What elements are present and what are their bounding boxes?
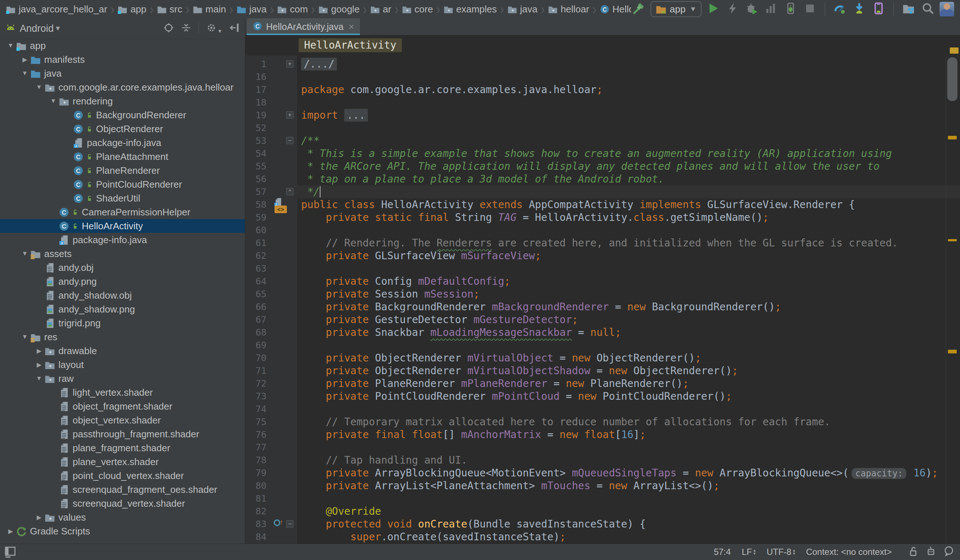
tree-item-objectrenderer[interactable]: CObjectRenderer <box>0 122 245 136</box>
tree-item-gradle-scripts[interactable]: ▶Gradle Scripts <box>0 524 245 538</box>
code-text[interactable] <box>296 403 960 416</box>
warning-stripe-mark[interactable] <box>948 350 957 354</box>
user-avatar[interactable] <box>939 2 954 16</box>
line-number[interactable]: 18 <box>245 96 271 109</box>
tree-item-andy-shadow-png[interactable]: andy_shadow.png <box>0 302 245 316</box>
tree-item-andy-png[interactable]: andy.png <box>0 275 245 288</box>
line-number[interactable]: 59 <box>245 211 271 224</box>
fold-collapse-icon[interactable]: − <box>286 137 293 144</box>
code-text[interactable]: private GestureDetector mGestureDetector… <box>296 313 960 326</box>
code-text[interactable]: private final float[] mAnchorMatrix = ne… <box>296 428 960 441</box>
breadcrumb-item-main[interactable]: main <box>193 4 226 15</box>
tree-item-passthrough-fragment-shader[interactable]: passthrough_fragment.shader <box>0 427 245 441</box>
warning-stripe-mark[interactable] <box>948 239 957 241</box>
tree-item-point-cloud-vertex-shader[interactable]: point_cloud_vertex.shader <box>0 469 245 483</box>
code-line-80[interactable]: 80 private ArrayList<PlaneAttachment> mT… <box>245 479 960 492</box>
code-text[interactable]: private ObjectRenderer mVirtualObjectSha… <box>296 364 960 377</box>
line-number[interactable]: 69 <box>245 339 271 352</box>
code-text[interactable]: private GLSurfaceView mSurfaceView; <box>296 250 960 262</box>
line-number[interactable]: 67 <box>245 313 271 326</box>
tree-item-screenquad-fragment-oes-shader[interactable]: screenquad_fragment_oes.shader <box>0 483 245 496</box>
line-number[interactable]: 74 <box>245 403 271 416</box>
tree-item-com-google-ar-core-examples-java-helloar[interactable]: ▼com.google.ar.core.examples.java.helloa… <box>0 80 245 94</box>
code-text[interactable]: protected void onCreate(Bundle savedInst… <box>296 518 960 530</box>
code-line-58[interactable]: 58J<>public class HelloArActivity extend… <box>245 198 960 211</box>
line-number[interactable]: 82 <box>245 505 271 518</box>
code-line-53[interactable]: 53−/** <box>245 134 960 147</box>
code-text[interactable]: private ArrayList<PlaneAttachment> mTouc… <box>296 479 960 492</box>
line-number[interactable]: 70 <box>245 352 271 364</box>
tree-item-plane-vertex-shader[interactable]: plane_vertex.shader <box>0 455 245 469</box>
code-text[interactable] <box>296 224 960 237</box>
breadcrumb-item-core[interactable]: core <box>402 4 433 15</box>
line-number[interactable]: 84 <box>245 530 271 543</box>
tree-item-raw[interactable]: ▼raw <box>0 372 245 386</box>
chevron-expanded-icon[interactable]: ▼ <box>34 375 45 382</box>
code-line-52[interactable]: 52 <box>245 122 960 134</box>
line-number[interactable]: 64 <box>245 275 271 288</box>
debug-button[interactable] <box>744 2 760 17</box>
stop-button[interactable] <box>802 2 818 17</box>
code-text[interactable]: * tap on a plane to place a 3d model of … <box>296 173 960 186</box>
code-line-75[interactable]: 75 // Temporary matrix allocated here to… <box>245 416 960 428</box>
code-line-79[interactable]: 79 private ArrayBlockingQueue<MotionEven… <box>245 467 960 479</box>
tree-item-manifests[interactable]: ▶manifests <box>0 53 245 66</box>
attach-debugger-button[interactable] <box>783 2 798 17</box>
code-line-65[interactable]: 65 private Session mSession; <box>245 288 960 301</box>
line-number[interactable]: 53 <box>245 134 271 147</box>
line-number[interactable]: 17 <box>245 83 271 96</box>
line-number[interactable]: 52 <box>245 122 271 134</box>
tree-item-andy-shadow-obj[interactable]: andy_shadow.obj <box>0 288 245 302</box>
code-line-1[interactable]: 1+/.../ <box>245 58 960 70</box>
chevron-expanded-icon[interactable]: ▼ <box>19 70 30 77</box>
chevron-collapsed-icon[interactable]: ▶ <box>5 528 16 535</box>
tree-item-res[interactable]: ▼res <box>0 330 245 344</box>
code-text[interactable]: private ObjectRenderer mVirtualObject = … <box>296 352 960 364</box>
line-number[interactable]: 16 <box>245 70 271 83</box>
search-everywhere-button[interactable] <box>920 2 936 17</box>
code-line-63[interactable]: 63 <box>245 262 960 275</box>
line-number[interactable]: 81 <box>245 492 271 505</box>
code-line-55[interactable]: 55 * the ARCore API. The application wil… <box>245 160 960 173</box>
line-number[interactable]: 1 <box>245 58 271 70</box>
code-text[interactable] <box>296 441 960 454</box>
chevron-collapsed-icon[interactable]: ▶ <box>19 56 30 64</box>
code-line-57[interactable]: 57⌃ */ <box>245 186 960 198</box>
run-configuration-select[interactable]: app▼ <box>650 1 702 17</box>
line-number[interactable]: 63 <box>245 262 271 275</box>
line-ending-widget[interactable]: LF ▴▾ <box>742 547 755 557</box>
tree-item-andy-obj[interactable]: andy.obj <box>0 261 245 275</box>
code-line-54[interactable]: 54 * This is a simple example that shows… <box>245 147 960 160</box>
code-line-74[interactable]: 74 <box>245 403 960 416</box>
breadcrumb-item-HelloArActivity[interactable]: CHelloArActivity <box>600 4 631 15</box>
line-number[interactable]: 57 <box>245 186 271 198</box>
breadcrumb-item-com[interactable]: com <box>277 4 308 15</box>
run-button[interactable] <box>706 2 721 17</box>
code-text[interactable]: private Session mSession; <box>296 288 960 301</box>
code-text[interactable]: @Override <box>296 505 960 518</box>
code-line-66[interactable]: 66 private BackgroundRenderer mBackgroun… <box>245 301 960 313</box>
code-text[interactable]: private Config mDefaultConfig; <box>296 275 960 288</box>
breadcrumb-item-examples[interactable]: examples <box>443 4 497 15</box>
breadcrumb-item-java[interactable]: java <box>237 4 267 15</box>
line-number[interactable]: 56 <box>245 173 271 186</box>
line-number[interactable]: 78 <box>245 454 271 467</box>
code-line-81[interactable]: 81 <box>245 492 960 505</box>
locate-icon[interactable] <box>163 22 174 34</box>
project-view-mode-select[interactable]: Android <box>20 23 54 34</box>
code-line-78[interactable]: 78 // Tap handling and UI. <box>245 454 960 467</box>
chevron-expanded-icon[interactable]: ▼ <box>48 98 59 105</box>
lock-open-icon[interactable] <box>908 546 918 558</box>
code-text[interactable] <box>296 122 960 134</box>
code-text[interactable]: package com.google.ar.core.examples.java… <box>296 83 960 96</box>
code-text[interactable]: super.onCreate(savedInstanceState); <box>296 530 960 543</box>
apply-changes-button[interactable] <box>725 2 740 17</box>
line-number[interactable]: 61 <box>245 237 271 250</box>
project-view-header[interactable]: Android ▼ ▼ <box>0 18 245 39</box>
code-line-72[interactable]: 72 private PlaneRenderer mPlaneRenderer … <box>245 377 960 390</box>
tree-item-trigrid-png[interactable]: trigrid.png <box>0 316 245 330</box>
editor-breadcrumb-current[interactable]: HelloArActivity <box>299 38 402 52</box>
project-structure-button[interactable] <box>901 2 916 17</box>
code-text[interactable]: private PlaneRenderer mPlaneRenderer = n… <box>296 377 960 390</box>
chevron-collapsed-icon[interactable]: ▶ <box>34 347 45 355</box>
